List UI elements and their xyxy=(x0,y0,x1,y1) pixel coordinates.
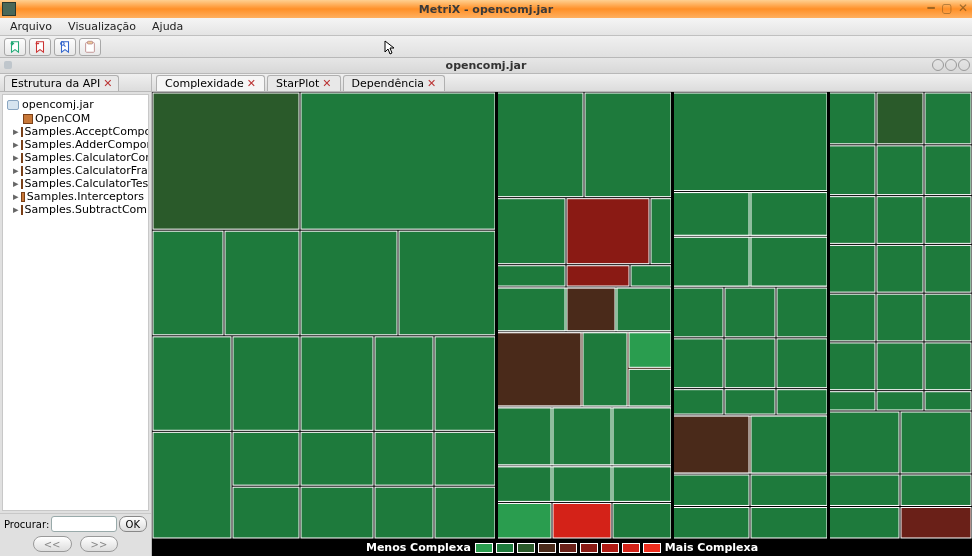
treemap-cell[interactable] xyxy=(829,245,875,292)
treemap-cell[interactable] xyxy=(375,487,433,538)
treemap-cell[interactable] xyxy=(553,467,611,502)
treemap-cell[interactable] xyxy=(777,390,827,414)
treemap-cell[interactable] xyxy=(553,503,611,538)
treemap-cell[interactable] xyxy=(567,266,629,286)
treemap-cell[interactable] xyxy=(901,475,971,505)
treemap-cell[interactable] xyxy=(673,508,749,538)
treemap-cell[interactable] xyxy=(829,508,899,538)
treemap-cell[interactable] xyxy=(233,337,299,430)
treemap-cell[interactable] xyxy=(631,266,671,286)
treemap-cell[interactable] xyxy=(651,199,671,264)
treemap-cell[interactable] xyxy=(673,288,723,337)
menu-arquivo[interactable]: Arquivo xyxy=(4,19,58,34)
treemap-cell[interactable] xyxy=(301,93,495,229)
treemap-cell[interactable] xyxy=(497,467,551,502)
treemap-cell[interactable] xyxy=(751,237,827,286)
tree-item[interactable]: ▸Samples.CalculatorTest xyxy=(5,177,146,190)
toolbar-add-button[interactable] xyxy=(4,38,26,56)
treemap-cell[interactable] xyxy=(877,392,923,410)
close-icon[interactable]: ✕ xyxy=(103,77,112,90)
treemap-cell[interactable] xyxy=(435,487,495,538)
tree-root[interactable]: opencomj.jar xyxy=(5,97,146,112)
expand-arrow-icon[interactable]: ▸ xyxy=(13,125,19,138)
internal-maximize[interactable] xyxy=(945,59,957,71)
treemap-cell[interactable] xyxy=(375,432,433,485)
expand-arrow-icon[interactable]: ▸ xyxy=(13,138,19,151)
treemap-cell[interactable] xyxy=(877,343,923,390)
treemap-cell[interactable] xyxy=(301,231,397,335)
treemap-cell[interactable] xyxy=(497,333,581,406)
tree-view[interactable]: opencomj.jar OpenCOM▸Samples.AcceptCompo… xyxy=(2,94,149,511)
window-close[interactable]: ✕ xyxy=(956,1,970,15)
treemap-cell[interactable] xyxy=(829,392,875,410)
internal-minimize[interactable] xyxy=(932,59,944,71)
treemap-cell[interactable] xyxy=(673,475,749,505)
treemap-cell[interactable] xyxy=(673,237,749,286)
treemap-cell[interactable] xyxy=(829,475,899,505)
treemap-cell[interactable] xyxy=(497,266,565,286)
tree-item[interactable]: ▸Samples.AcceptComponent xyxy=(5,125,146,138)
treemap-cell[interactable] xyxy=(497,408,551,465)
treemap-cell[interactable] xyxy=(673,193,749,236)
treemap-cell[interactable] xyxy=(673,416,749,473)
treemap-cell[interactable] xyxy=(925,294,971,341)
treemap-cell[interactable] xyxy=(877,93,923,144)
treemap-cell[interactable] xyxy=(497,503,551,538)
next-button[interactable]: >> xyxy=(80,536,119,552)
treemap-cell[interactable] xyxy=(877,146,923,195)
window-maximize[interactable]: ▢ xyxy=(940,1,954,15)
treemap-cell[interactable] xyxy=(629,369,671,406)
sidebar-tab-estrutura[interactable]: Estrutura da API ✕ xyxy=(4,75,119,91)
treemap-cell[interactable] xyxy=(925,245,971,292)
close-icon[interactable]: ✕ xyxy=(247,77,256,90)
treemap-cell[interactable] xyxy=(925,197,971,244)
treemap-cell[interactable] xyxy=(435,337,495,430)
treemap-cell[interactable] xyxy=(751,193,827,236)
treemap-cell[interactable] xyxy=(829,93,875,144)
menu-ajuda[interactable]: Ajuda xyxy=(146,19,189,34)
treemap-cell[interactable] xyxy=(583,333,627,406)
treemap-cell[interactable] xyxy=(497,288,565,331)
treemap-cell[interactable] xyxy=(153,231,223,335)
treemap-cell[interactable] xyxy=(399,231,495,335)
treemap-cell[interactable] xyxy=(567,288,615,331)
treemap-cell[interactable] xyxy=(925,392,971,410)
treemap-cell[interactable] xyxy=(829,146,875,195)
treemap-cell[interactable] xyxy=(225,231,299,335)
treemap-chart[interactable] xyxy=(152,92,972,539)
treemap-cell[interactable] xyxy=(153,337,231,430)
tree-item[interactable]: ▸Samples.Interceptors xyxy=(5,190,146,203)
treemap-cell[interactable] xyxy=(829,343,875,390)
toolbar-search-button[interactable] xyxy=(54,38,76,56)
window-minimize[interactable]: ━ xyxy=(924,1,938,15)
treemap-cell[interactable] xyxy=(829,412,899,473)
treemap-cell[interactable] xyxy=(925,93,971,144)
treemap-cell[interactable] xyxy=(435,432,495,485)
treemap-cell[interactable] xyxy=(901,412,971,473)
treemap-cell[interactable] xyxy=(777,339,827,388)
treemap-cell[interactable] xyxy=(751,508,827,538)
treemap-cell[interactable] xyxy=(877,197,923,244)
tree-item[interactable]: ▸Samples.CalculatorComponent xyxy=(5,151,146,164)
expand-arrow-icon[interactable]: ▸ xyxy=(13,151,19,164)
treemap-cell[interactable] xyxy=(901,508,971,538)
treemap-cell[interactable] xyxy=(925,343,971,390)
treemap-cell[interactable] xyxy=(777,288,827,337)
treemap-cell[interactable] xyxy=(877,245,923,292)
treemap-cell[interactable] xyxy=(567,199,649,264)
prev-button[interactable]: << xyxy=(33,536,72,552)
expand-arrow-icon[interactable]: ▸ xyxy=(13,203,19,216)
close-icon[interactable]: ✕ xyxy=(427,77,436,90)
treemap-cell[interactable] xyxy=(829,294,875,341)
treemap-cell[interactable] xyxy=(829,197,875,244)
tree-item[interactable]: ▸Samples.SubtractComponent xyxy=(5,203,146,216)
treemap-cell[interactable] xyxy=(925,146,971,195)
treemap-cell[interactable] xyxy=(301,487,373,538)
expand-arrow-icon[interactable]: ▸ xyxy=(13,164,19,177)
expand-arrow-icon[interactable]: ▸ xyxy=(13,190,19,203)
treemap-cell[interactable] xyxy=(725,339,775,388)
treemap-cell[interactable] xyxy=(301,432,373,485)
expand-arrow-icon[interactable]: ▸ xyxy=(13,177,19,190)
treemap-cell[interactable] xyxy=(233,432,299,485)
treemap-cell[interactable] xyxy=(613,408,671,465)
